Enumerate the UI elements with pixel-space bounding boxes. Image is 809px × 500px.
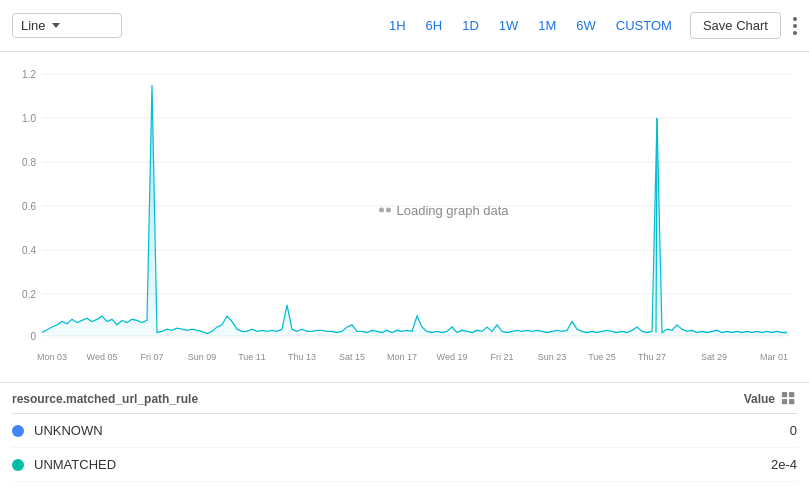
grid-icon[interactable] bbox=[781, 391, 797, 407]
svg-text:1.0: 1.0 bbox=[22, 112, 36, 125]
svg-text:Tue 25: Tue 25 bbox=[588, 351, 616, 363]
legend-value-label: Value bbox=[744, 392, 775, 406]
dot-3 bbox=[793, 31, 797, 35]
time-btn-6h[interactable]: 6H bbox=[424, 14, 445, 37]
chart-type-label: Line bbox=[21, 18, 46, 33]
svg-text:Sun 09: Sun 09 bbox=[188, 351, 217, 363]
toolbar: Line 1H 6H 1D 1W 1M 6W CUSTOM Save Chart bbox=[0, 0, 809, 52]
legend-value-unknown: 0 bbox=[757, 423, 797, 438]
svg-text:Fri 07: Fri 07 bbox=[141, 351, 164, 363]
chart-area: 1.2 1.0 0.8 0.6 0.4 0.2 0 Mon 03 Wed 05 … bbox=[0, 52, 809, 382]
svg-text:Wed 19: Wed 19 bbox=[437, 351, 468, 363]
svg-text:0: 0 bbox=[30, 330, 36, 343]
chart-type-dropdown[interactable]: Line bbox=[12, 13, 122, 38]
dot-1 bbox=[793, 17, 797, 21]
dot-a bbox=[378, 208, 383, 213]
time-range-buttons: 1H 6H 1D 1W 1M 6W CUSTOM bbox=[387, 14, 674, 37]
svg-text:Mon 03: Mon 03 bbox=[37, 351, 67, 363]
svg-text:0.6: 0.6 bbox=[22, 200, 36, 213]
svg-text:1.2: 1.2 bbox=[22, 68, 36, 81]
svg-text:Tue 11: Tue 11 bbox=[238, 351, 266, 363]
legend-row-unknown[interactable]: UNKNOWN 0 bbox=[12, 414, 797, 448]
svg-text:Sun 23: Sun 23 bbox=[538, 351, 567, 363]
svg-text:Sat 15: Sat 15 bbox=[339, 351, 365, 363]
time-btn-6w[interactable]: 6W bbox=[574, 14, 598, 37]
svg-text:Thu 27: Thu 27 bbox=[638, 351, 666, 363]
time-btn-1h[interactable]: 1H bbox=[387, 14, 408, 37]
legend-dot-unknown bbox=[12, 425, 24, 437]
svg-rect-30 bbox=[782, 392, 787, 397]
svg-rect-33 bbox=[789, 399, 794, 404]
svg-text:Mon 17: Mon 17 bbox=[387, 351, 417, 363]
svg-rect-31 bbox=[789, 392, 794, 397]
time-btn-1d[interactable]: 1D bbox=[460, 14, 481, 37]
time-btn-custom[interactable]: CUSTOM bbox=[614, 14, 674, 37]
save-chart-button[interactable]: Save Chart bbox=[690, 12, 781, 39]
legend-name-unmatched: UNMATCHED bbox=[34, 457, 757, 472]
svg-text:0.2: 0.2 bbox=[22, 288, 36, 301]
time-btn-1m[interactable]: 1M bbox=[536, 14, 558, 37]
legend-table: resource.matched_url_path_rule Value UNK… bbox=[0, 382, 809, 482]
legend-col-value: Value bbox=[744, 391, 797, 407]
legend-value-unmatched: 2e-4 bbox=[757, 457, 797, 472]
legend-row-unmatched[interactable]: UNMATCHED 2e-4 bbox=[12, 448, 797, 482]
svg-text:Fri 21: Fri 21 bbox=[491, 351, 514, 363]
svg-text:0.8: 0.8 bbox=[22, 156, 36, 169]
chevron-down-icon bbox=[52, 23, 60, 28]
loading-label: Loading graph data bbox=[378, 203, 508, 218]
loading-dots bbox=[378, 208, 390, 213]
legend-header: resource.matched_url_path_rule Value bbox=[12, 383, 797, 414]
svg-text:0.4: 0.4 bbox=[22, 244, 36, 257]
svg-text:Mar 01: Mar 01 bbox=[760, 351, 788, 363]
dot-b bbox=[385, 208, 390, 213]
svg-text:Thu 13: Thu 13 bbox=[288, 351, 316, 363]
legend-name-unknown: UNKNOWN bbox=[34, 423, 757, 438]
svg-text:Wed 05: Wed 05 bbox=[87, 351, 118, 363]
grid-svg bbox=[781, 391, 797, 407]
svg-text:Sat 29: Sat 29 bbox=[701, 351, 727, 363]
legend-dot-unmatched bbox=[12, 459, 24, 471]
time-btn-1w[interactable]: 1W bbox=[497, 14, 521, 37]
svg-rect-32 bbox=[782, 399, 787, 404]
more-options-button[interactable] bbox=[793, 17, 797, 35]
dot-2 bbox=[793, 24, 797, 28]
loading-text: Loading graph data bbox=[396, 203, 508, 218]
legend-col-name: resource.matched_url_path_rule bbox=[12, 392, 744, 406]
